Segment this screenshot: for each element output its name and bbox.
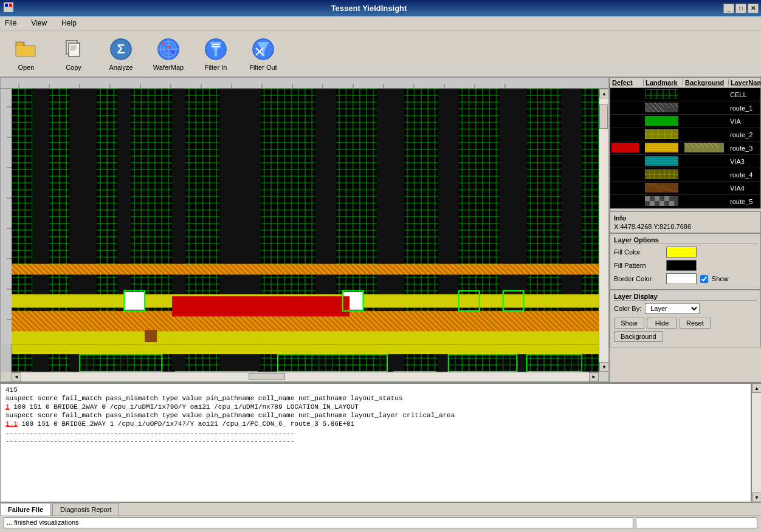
analyze-button[interactable]: Σ Analyze <box>100 33 142 74</box>
name-via3: VIA3 <box>729 157 760 166</box>
menu-file[interactable]: File <box>2 18 19 29</box>
layer-rows: CELL <box>610 88 760 208</box>
scroll-down-button[interactable]: ▼ <box>599 362 608 372</box>
show-label: Show <box>712 275 729 282</box>
menu-bar: File View Help <box>0 16 761 30</box>
layer-row-route3[interactable]: route_3 <box>610 142 760 155</box>
menu-view[interactable]: View <box>29 18 49 29</box>
title-icon <box>2 2 15 14</box>
layer-table: Defect Landmark Background LayerName <box>610 77 761 209</box>
suspect-link-1-1[interactable]: 1.1 <box>5 420 18 428</box>
bottom-scrollbar[interactable]: ▲ ▼ <box>751 383 761 502</box>
layout-canvas[interactable] <box>12 89 599 372</box>
right-panel: Defect Landmark Background LayerName <box>609 77 761 382</box>
defect-cell-cell <box>610 94 644 96</box>
info-coords: X:4478.4268 Y:8210.7686 <box>614 223 757 230</box>
minimize-button[interactable]: _ <box>723 4 734 13</box>
filter-in-icon <box>202 36 229 63</box>
svg-rect-110 <box>527 355 582 372</box>
info-panel: Info X:4478.4268 Y:8210.7686 <box>610 211 761 233</box>
border-color-label: Border Color <box>614 275 663 282</box>
bottom-scroll-track[interactable] <box>752 393 761 493</box>
svg-rect-149 <box>611 143 639 152</box>
svg-rect-94 <box>12 345 599 355</box>
layer-options-panel: Layer Options Fill Color Fill Pattern Bo… <box>610 233 761 290</box>
svg-rect-18 <box>161 42 164 45</box>
hide-button[interactable]: Hide <box>647 318 677 329</box>
fill-pattern-label: Fill Pattern <box>614 262 663 269</box>
layer-row-route4[interactable]: route_4 <box>610 168 760 182</box>
open-button[interactable]: Open <box>5 33 47 74</box>
copy-icon <box>60 36 87 63</box>
output-line1: 415 <box>5 386 746 394</box>
scroll-left-button[interactable]: ◄ <box>12 372 21 382</box>
output-line3: 1 100 151 0 BRIDGE_2WAY 0 /cpu_i/uDMI/ix… <box>5 403 746 411</box>
suspect-link-1[interactable]: 1 <box>5 403 10 411</box>
maximize-button[interactable]: □ <box>735 4 746 13</box>
svg-rect-47 <box>1 89 12 344</box>
hscroll-track[interactable] <box>21 373 589 381</box>
bottom-scroll-up[interactable]: ▲ <box>752 383 761 393</box>
scroll-up-button[interactable]: ▲ <box>599 89 608 98</box>
name-route4: route_4 <box>729 170 760 180</box>
name-via4: VIA4 <box>729 183 760 193</box>
filter-in-label: Filter In <box>205 64 227 71</box>
layer-row-via4[interactable]: VIA4 <box>610 182 760 195</box>
show-button[interactable]: Show <box>614 318 644 329</box>
layer-row-via3[interactable]: VIA3 <box>610 155 760 168</box>
name-route2: route_2 <box>729 130 760 140</box>
bottom-panel: 415 suspect score fail_match pass_mismat… <box>0 382 761 516</box>
bottom-scroll-down[interactable]: ▼ <box>752 493 761 502</box>
svg-rect-180 <box>645 196 650 201</box>
layer-row-cell[interactable]: CELL <box>610 88 760 101</box>
wafermap-icon <box>155 36 182 63</box>
separator1: ----------------------------------------… <box>5 430 746 437</box>
layer-row-route2[interactable]: route_2 <box>610 128 760 142</box>
layer-row-via[interactable]: VIA <box>610 115 760 128</box>
col-layername: LayerName <box>729 79 761 86</box>
filter-out-button[interactable]: Filter Out <box>242 33 284 74</box>
menu-help[interactable]: Help <box>59 18 79 29</box>
name-cell-cell: CELL <box>729 90 760 100</box>
hscroll-thumb[interactable] <box>249 373 285 380</box>
separator2: ----------------------------------------… <box>5 437 746 445</box>
fill-color-swatch[interactable] <box>666 247 697 257</box>
color-by-select[interactable]: Layer <box>645 303 700 314</box>
svg-rect-184 <box>659 201 664 206</box>
svg-text:Σ: Σ <box>117 41 125 56</box>
filter-in-button[interactable]: Filter In <box>195 33 237 74</box>
svg-rect-1 <box>5 4 8 7</box>
reset-button[interactable]: Reset <box>680 318 711 329</box>
fill-pattern-swatch[interactable] <box>666 260 697 271</box>
text-output[interactable]: 415 suspect score fail_match pass_mismat… <box>0 383 751 502</box>
horizontal-scrollbar[interactable]: ◄ ► <box>12 372 599 381</box>
color-by-label: Color By: <box>614 305 641 312</box>
hscroll-corner-right <box>599 372 608 381</box>
scroll-track-vertical[interactable] <box>599 98 608 362</box>
background-button[interactable]: Background <box>614 331 663 342</box>
status-right <box>636 517 757 528</box>
show-checkbox[interactable] <box>700 275 708 283</box>
layer-table-header: Defect Landmark Background LayerName <box>610 78 760 88</box>
layer-display-title: Layer Display <box>614 293 757 301</box>
filter-out-icon <box>250 36 277 63</box>
scroll-thumb-vertical[interactable] <box>599 104 608 129</box>
close-button[interactable]: ✕ <box>748 4 759 13</box>
tab-diagnosis-report[interactable]: Diagnosis Report <box>52 503 119 516</box>
svg-rect-97 <box>172 296 350 316</box>
tabs-row: Failure File Diagnosis Report <box>0 502 761 516</box>
scroll-right-button[interactable]: ► <box>589 372 599 382</box>
copy-button[interactable]: Copy <box>52 33 95 74</box>
tab-failure-file[interactable]: Failure File <box>0 503 51 516</box>
svg-rect-128 <box>645 89 678 99</box>
border-color-swatch[interactable] <box>666 273 697 284</box>
wafermap-button[interactable]: WaferMap <box>147 33 190 74</box>
layer-row-route5[interactable]: route_5 <box>610 195 760 208</box>
layer-display-panel: Layer Display Color By: Layer Show Hide … <box>610 290 761 347</box>
layer-row-route1[interactable]: route_1 <box>610 101 760 115</box>
svg-rect-181 <box>655 196 659 201</box>
hscroll-corner-left <box>1 372 12 381</box>
vertical-scrollbar[interactable]: ▲ ▼ <box>599 89 608 372</box>
svg-rect-20 <box>171 50 174 53</box>
wafermap-label: WaferMap <box>153 64 184 71</box>
